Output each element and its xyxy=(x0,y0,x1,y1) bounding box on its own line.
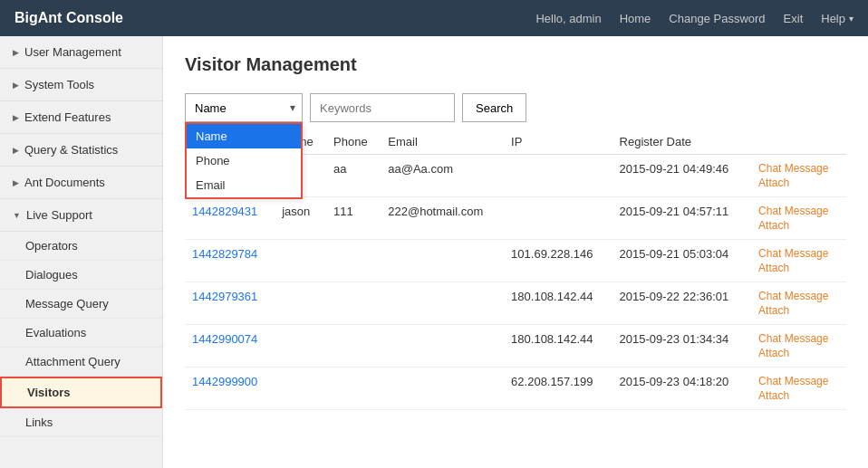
attach-link[interactable]: Attach xyxy=(758,389,839,402)
visitor-id-link[interactable]: 1442829431 xyxy=(192,205,257,218)
cell-visitor-ip xyxy=(504,155,612,197)
sidebar-label-query-statistics: Query & Statistics xyxy=(24,143,118,157)
cell-actions: Chat MessageAttach xyxy=(751,368,846,410)
filter-row: Name Phone Email ▾ Name Phone Email Sear… xyxy=(185,93,846,122)
cell-visitor-email xyxy=(381,368,504,410)
sidebar-item-system-tools[interactable]: System Tools xyxy=(0,69,162,101)
cell-actions: Chat MessageAttach xyxy=(751,240,846,282)
attach-link[interactable]: Attach xyxy=(758,347,839,359)
cell-visitor-phone: 111 xyxy=(326,197,381,240)
sidebar-subitem-links[interactable]: Links xyxy=(0,408,162,437)
cell-visitor-id: 1442829431 xyxy=(185,197,275,240)
chat-message-link[interactable]: Chat Message xyxy=(758,205,839,217)
sidebar-subitem-dialogues[interactable]: Dialogues xyxy=(0,261,162,290)
sidebar-item-ant-documents[interactable]: Ant Documents xyxy=(0,167,162,199)
sidebar-label-ant-documents: Ant Documents xyxy=(24,176,105,189)
cell-visitor-id: 1442990074 xyxy=(185,325,275,368)
sidebar-subitem-evaluations[interactable]: Evaluations xyxy=(0,319,162,348)
attach-link[interactable]: Attach xyxy=(758,304,839,317)
chat-message-link[interactable]: Chat Message xyxy=(758,375,839,387)
chat-message-link[interactable]: Chat Message xyxy=(758,247,839,260)
brand-title: BigAnt Console xyxy=(14,10,123,26)
main-content: Visitor Management Name Phone Email ▾ Na… xyxy=(163,36,868,468)
sidebar-subitem-operators[interactable]: Operators xyxy=(0,232,162,261)
col-email: Email xyxy=(381,129,504,155)
sidebar-item-query-statistics[interactable]: Query & Statistics xyxy=(0,134,162,167)
sidebar-subitem-label-operators: Operators xyxy=(25,239,78,253)
sidebar-subitem-label-evaluations: Evaluations xyxy=(25,326,86,339)
search-field-select[interactable]: Name Phone Email xyxy=(185,93,303,122)
sidebar-item-live-support[interactable]: Live Support xyxy=(0,199,162,232)
cell-visitor-phone: aa xyxy=(326,155,381,197)
table-row: 1442829431jason111222@hotmail.com2015-09… xyxy=(185,197,846,240)
exit-link[interactable]: Exit xyxy=(784,12,804,25)
sidebar-subitem-label-dialogues: Dialogues xyxy=(25,268,78,282)
visitor-id-link[interactable]: 1442979361 xyxy=(192,290,257,303)
cell-visitor-phone xyxy=(326,282,381,325)
visitor-id-link[interactable]: 1442990074 xyxy=(192,332,257,346)
search-button[interactable]: Search xyxy=(462,93,526,122)
sidebar-label-extend-features: Extend Features xyxy=(24,110,111,124)
col-actions xyxy=(751,129,846,155)
cell-visitor-ip: 180.108.142.44 xyxy=(504,325,612,368)
dropdown-option-name[interactable]: Name xyxy=(187,124,301,148)
chat-message-link[interactable]: Chat Message xyxy=(758,332,839,345)
cell-register-date: 2015-09-23 01:34:34 xyxy=(612,325,752,368)
search-dropdown-wrapper: Name Phone Email ▾ Name Phone Email xyxy=(185,93,303,122)
sidebar-subitem-message-query[interactable]: Message Query xyxy=(0,290,162,319)
cell-actions: Chat MessageAttach xyxy=(751,197,846,240)
keywords-input[interactable] xyxy=(310,93,455,122)
dropdown-option-email[interactable]: Email xyxy=(187,173,301,197)
sidebar-item-extend-features[interactable]: Extend Features xyxy=(0,101,162,134)
cell-register-date: 2015-09-23 04:18:20 xyxy=(612,368,752,410)
col-ip: IP xyxy=(504,129,612,155)
sidebar-subitem-attachment-query[interactable]: Attachment Query xyxy=(0,348,162,377)
visitor-id-link[interactable]: 1442999900 xyxy=(192,375,257,388)
col-date: Register Date xyxy=(612,129,752,155)
sidebar-subitem-label-links: Links xyxy=(25,415,53,429)
attach-link[interactable]: Attach xyxy=(758,262,839,274)
change-password-link[interactable]: Change Password xyxy=(669,12,765,25)
cell-register-date: 2015-09-22 22:36:01 xyxy=(612,282,752,325)
sidebar-label-live-support: Live Support xyxy=(26,208,92,222)
cell-visitor-id: 1442829784 xyxy=(185,240,275,282)
page-title: Visitor Management xyxy=(185,54,846,75)
cell-visitor-email: aa@Aa.com xyxy=(381,155,504,197)
cell-visitor-email: 222@hotmail.com xyxy=(381,197,504,240)
sidebar-item-user-management[interactable]: User Management xyxy=(0,36,162,69)
chat-message-link[interactable]: Chat Message xyxy=(758,162,839,175)
table-row: 1442990074180.108.142.442015-09-23 01:34… xyxy=(185,325,846,368)
attach-link[interactable]: Attach xyxy=(758,219,839,232)
cell-visitor-email xyxy=(381,282,504,325)
sidebar-subitem-label-attachment-query: Attachment Query xyxy=(25,355,121,368)
cell-visitor-name xyxy=(275,325,326,368)
cell-visitor-ip xyxy=(504,197,612,240)
topbar: BigAnt Console Hello, admin Home Change … xyxy=(0,0,868,36)
cell-visitor-phone xyxy=(326,325,381,368)
sidebar-subitem-label-message-query: Message Query xyxy=(25,297,109,310)
table-row: 144299990062.208.157.1992015-09-23 04:18… xyxy=(185,368,846,410)
chat-message-link[interactable]: Chat Message xyxy=(758,290,839,302)
cell-register-date: 2015-09-21 04:49:46 xyxy=(612,155,752,197)
sidebar-label-user-management: User Management xyxy=(24,45,121,59)
greeting-link[interactable]: Hello, admin xyxy=(535,12,601,25)
cell-visitor-ip: 62.208.157.199 xyxy=(504,368,612,410)
attach-link[interactable]: Attach xyxy=(758,177,839,189)
help-link[interactable]: Help xyxy=(821,12,854,25)
sidebar-subitem-visitors[interactable]: Visitors xyxy=(0,377,162,408)
cell-register-date: 2015-09-21 04:57:11 xyxy=(612,197,752,240)
cell-visitor-email xyxy=(381,240,504,282)
dropdown-option-phone[interactable]: Phone xyxy=(187,148,301,173)
cell-register-date: 2015-09-21 05:03:04 xyxy=(612,240,752,282)
cell-actions: Chat MessageAttach xyxy=(751,155,846,197)
cell-visitor-name: jason xyxy=(275,197,326,240)
sidebar-label-system-tools: System Tools xyxy=(24,78,94,91)
cell-visitor-id: 1442979361 xyxy=(185,282,275,325)
sidebar-subitem-label-visitors: Visitors xyxy=(27,386,70,399)
search-field-dropdown-menu: Name Phone Email xyxy=(185,122,303,199)
cell-visitor-email xyxy=(381,325,504,368)
main-layout: User Management System Tools Extend Feat… xyxy=(0,36,868,468)
home-link[interactable]: Home xyxy=(620,12,651,25)
cell-visitor-name xyxy=(275,240,326,282)
visitor-id-link[interactable]: 1442829784 xyxy=(192,247,257,261)
